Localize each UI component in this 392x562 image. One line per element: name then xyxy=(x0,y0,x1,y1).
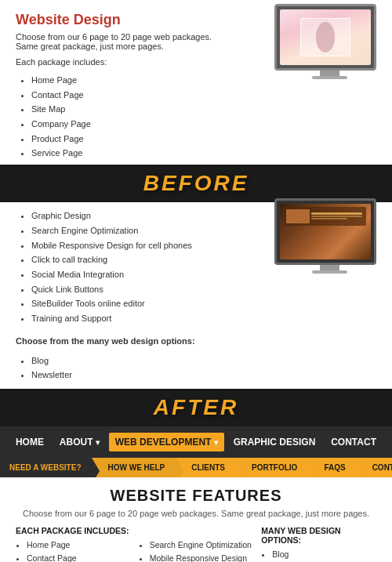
main-navigation: HOME ABOUT ▾ WEB DEVELOPMENT ▾ GRAPHIC D… xyxy=(0,426,392,458)
nav-home[interactable]: HOME xyxy=(9,433,50,451)
list-item: SiteBuilder Tools online editor xyxy=(31,296,376,311)
list-item: Home Page xyxy=(27,538,131,552)
list-item: Search Engine Optimization xyxy=(150,538,254,552)
list-item: Product Page xyxy=(31,132,376,147)
list-item: Company Page xyxy=(31,117,376,132)
list-item: Newsletter xyxy=(31,368,376,383)
middle-list: Search Engine Optimization Mobile Respon… xyxy=(139,538,254,562)
chevron-down-icon: ▾ xyxy=(96,438,100,447)
after-banner: AFTER xyxy=(0,389,392,426)
before-monitor xyxy=(274,4,384,79)
list-item: Blog xyxy=(31,354,376,368)
description-2: Each package includes: xyxy=(16,57,227,67)
list-item: Training and Support xyxy=(31,311,376,326)
col-heading-right: MANY WEB DESIGN OPTIONS: xyxy=(261,526,376,545)
nav-about[interactable]: ABOUT ▾ xyxy=(53,433,106,451)
col-heading-middle: . xyxy=(139,526,254,535)
subnav-portfolio[interactable]: PORTFOLIO xyxy=(236,458,308,477)
features-col-middle: . Search Engine Optimization Mobile Resp… xyxy=(139,526,254,562)
description-1: Choose from our 6 page to 20 page web pa… xyxy=(16,32,227,51)
list-item: Service Page xyxy=(31,146,376,161)
choose-label: Choose from the many web design options: xyxy=(16,336,195,346)
features-col-left: EACH PACKAGE INCLUDES: Home Page Contact… xyxy=(16,526,131,562)
chevron-down-icon: ▾ xyxy=(214,438,218,447)
options-list: Blog Newsletter xyxy=(0,350,392,383)
list-item: Quick Link Buttons xyxy=(31,282,376,297)
package-list: Home Page Contact Page Site Map Company … xyxy=(16,538,131,562)
before-section: Website Design Choose from our 6 page to… xyxy=(0,0,392,161)
list-item: Mobile Responsive Design for cell phones xyxy=(150,552,254,562)
list-item: Site Map xyxy=(31,102,376,117)
subnav-clients[interactable]: CLIENTS xyxy=(176,458,236,477)
subnav-how-we-help[interactable]: HOW WE HELP xyxy=(92,458,176,477)
options-list-right: Blog Newsletter Photo Rotator Slideshow … xyxy=(261,548,376,562)
col-heading-left: EACH PACKAGE INCLUDES: xyxy=(16,526,131,535)
after-monitor xyxy=(274,198,384,274)
sub-navigation: NEED A WEBSITE? HOW WE HELP CLIENTS PORT… xyxy=(0,458,392,477)
list-item: Contact Page xyxy=(31,88,376,103)
nav-contact[interactable]: CONTACT xyxy=(325,433,383,451)
features-title: WEBSITE FEATURES xyxy=(16,487,376,505)
middle-content: Graphic Design Search Engine Optimizatio… xyxy=(0,202,392,332)
list-item: Contact Page xyxy=(27,552,131,562)
nav-web-development[interactable]: WEB DEVELOPMENT ▾ xyxy=(109,433,224,451)
subnav-need-website[interactable]: NEED A WEBSITE? xyxy=(0,458,92,477)
choose-text: Choose from the many web design options: xyxy=(0,332,392,350)
package-list-before: Home Page Contact Page Site Map Company … xyxy=(16,73,376,161)
features-grid: EACH PACKAGE INCLUDES: Home Page Contact… xyxy=(16,526,376,562)
features-section: WEBSITE FEATURES Choose from our 6 page … xyxy=(0,477,392,562)
before-banner-text: BEFORE xyxy=(143,171,249,195)
nav-graphic-design[interactable]: GRAPHIC DESIGN xyxy=(227,433,322,451)
features-col-right: MANY WEB DESIGN OPTIONS: Blog Newsletter… xyxy=(261,526,376,562)
after-banner-text: AFTER xyxy=(154,395,238,419)
before-banner: BEFORE xyxy=(0,165,392,202)
features-subtitle: Choose from our 6 page to 20 page web pa… xyxy=(16,509,376,518)
list-item: Blog xyxy=(272,548,376,561)
